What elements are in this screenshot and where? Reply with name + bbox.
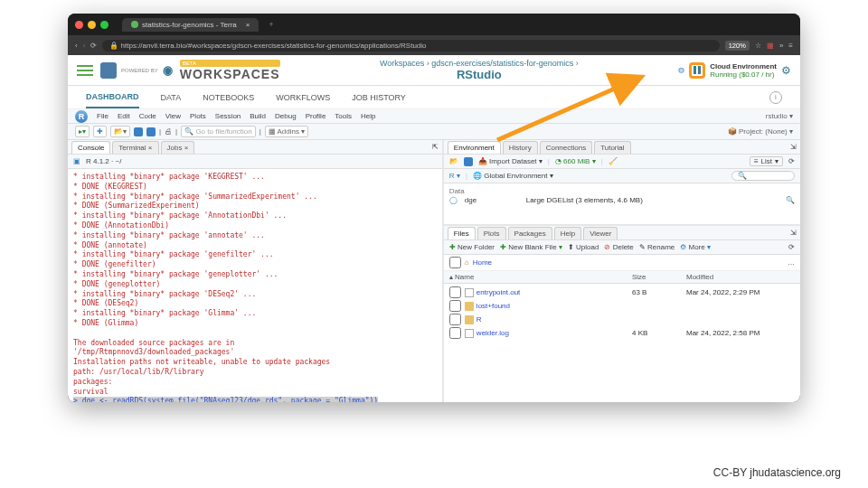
save-workspace-icon[interactable] <box>464 157 473 166</box>
tab-job-history[interactable]: JOB HISTORY <box>352 88 406 108</box>
console-output[interactable]: * installing *binary* package 'KEGGREST'… <box>68 169 442 402</box>
new-tab-icon[interactable]: + <box>269 20 273 29</box>
menu-view[interactable]: View <box>165 112 181 120</box>
addins-button[interactable]: ▦ Addins ▾ <box>265 126 308 137</box>
refresh-env-icon[interactable]: ⟳ <box>788 157 795 165</box>
inspect-icon[interactable]: 🔍 <box>786 196 795 204</box>
reload-icon[interactable]: ⟳ <box>90 42 97 50</box>
tab-close-icon[interactable]: × <box>246 21 250 29</box>
url-field[interactable]: 🔒 https://anvil.terra.bio/#workspaces/gd… <box>102 40 719 52</box>
delete-button[interactable]: ⊘ Delete <box>604 243 633 251</box>
gear-icon[interactable]: ⚙ <box>781 64 791 77</box>
overflow-icon[interactable]: » <box>779 42 783 50</box>
menu-tools[interactable]: Tools <box>335 112 352 120</box>
tab-data[interactable]: DATA <box>161 88 182 108</box>
rename-button[interactable]: ✎ Rename <box>639 243 675 251</box>
info-icon[interactable]: i <box>769 91 782 104</box>
open-button[interactable]: 📂▾ <box>110 126 130 137</box>
menu-session[interactable]: Session <box>215 112 241 120</box>
pane-collapse-icon[interactable]: ⇲ <box>790 229 797 237</box>
menu-icon[interactable]: ≡ <box>788 42 793 50</box>
zoom-badge[interactable]: 120% <box>725 41 750 51</box>
home-label[interactable]: Home <box>473 258 492 267</box>
tab-tutorial[interactable]: Tutorial <box>594 141 630 154</box>
save-all-icon[interactable] <box>146 127 156 136</box>
breadcrumb-root[interactable]: Workspaces <box>380 59 424 68</box>
new-folder-button[interactable]: ✚ New Folder <box>449 243 495 251</box>
file-checkbox[interactable] <box>449 327 461 339</box>
nav-forward-icon[interactable]: › <box>83 42 86 50</box>
new-blank-file-button[interactable]: ✚ New Blank File ▾ <box>500 243 562 251</box>
file-row[interactable]: R <box>449 313 795 326</box>
extensions-icon[interactable]: ▦ <box>767 42 774 50</box>
tab-dashboard[interactable]: DASHBOARD <box>86 87 139 108</box>
pause-environment-button[interactable] <box>689 62 705 79</box>
menu-help[interactable]: Help <box>361 112 375 120</box>
tab-console[interactable]: Console <box>71 141 110 154</box>
env-row-dge[interactable]: ◯ dge Large DGEList (3 elements, 4.6 MB)… <box>449 195 795 205</box>
clear-objects-button[interactable]: 🧹 <box>609 157 618 165</box>
col-size[interactable]: Size <box>632 273 686 281</box>
view-mode-selector[interactable]: ≡ List ▾ <box>750 156 783 166</box>
terra-header: POWERED BY ◉ BETA WORKSPACES Workspaces … <box>68 55 800 86</box>
tab-files[interactable]: Files <box>448 227 476 239</box>
project-selector[interactable]: 📦 Project: (None) ▾ <box>728 127 793 136</box>
pause-icon <box>693 66 701 74</box>
pane-collapse-icon[interactable]: ⇲ <box>790 143 797 151</box>
star-icon[interactable]: ☆ <box>755 42 761 50</box>
tab-help[interactable]: Help <box>554 227 581 239</box>
load-workspace-icon[interactable]: 📂 <box>449 157 458 165</box>
close-window-icon[interactable] <box>75 21 83 29</box>
minimize-window-icon[interactable] <box>88 21 96 29</box>
tab-environment[interactable]: Environment <box>448 141 501 154</box>
tab-jobs[interactable]: Jobs × <box>161 141 195 154</box>
file-checkbox[interactable] <box>449 314 461 325</box>
tab-notebooks[interactable]: NOTEBOOKS <box>203 88 254 108</box>
tab-workflows[interactable]: WORKFLOWS <box>276 88 330 108</box>
env-search-input[interactable] <box>731 171 795 181</box>
lang-selector[interactable]: R ▾ <box>449 172 460 180</box>
file-row[interactable]: lost+found <box>449 299 795 313</box>
nav-back-icon[interactable]: ‹ <box>75 42 78 50</box>
select-all-checkbox[interactable] <box>449 257 461 268</box>
memory-indicator[interactable]: ◔ 660 MiB ▾ <box>555 157 596 165</box>
menu-profile[interactable]: Profile <box>306 112 326 120</box>
hamburger-icon[interactable] <box>77 65 93 76</box>
tab-packages[interactable]: Packages <box>508 227 552 239</box>
menu-file[interactable]: File <box>97 112 108 120</box>
menu-code[interactable]: Code <box>139 112 156 120</box>
scope-selector[interactable]: 🌐 Global Environment ▾ <box>473 172 553 180</box>
tab-plots[interactable]: Plots <box>477 227 506 239</box>
file-row[interactable]: welder.log4 KBMar 24, 2022, 2:58 PM <box>449 326 795 340</box>
home-icon[interactable]: ⌂ <box>465 258 469 267</box>
refresh-files-icon[interactable]: ⟳ <box>788 243 795 251</box>
file-row[interactable]: entrypoint.out63 BMar 24, 2022, 2:29 PM <box>449 286 795 299</box>
new-doc-button[interactable]: ▸▾ <box>75 126 90 137</box>
new-project-button[interactable]: ✚ <box>93 126 107 137</box>
menu-edit[interactable]: Edit <box>118 112 130 120</box>
print-icon[interactable]: 🖨 <box>165 127 172 136</box>
import-dataset-button[interactable]: 📥 Import Dataset ▾ <box>478 157 542 165</box>
menu-build[interactable]: Build <box>250 112 266 120</box>
path-more-icon[interactable]: … <box>788 258 795 267</box>
breadcrumb-path[interactable]: gdscn-exercises/statistics-for-genomics <box>431 59 573 68</box>
pane-maximize-icon[interactable]: ⇱ <box>432 143 439 151</box>
col-name[interactable]: ▴ Name <box>449 273 632 281</box>
col-modified[interactable]: Modified <box>686 273 795 281</box>
tab-viewer[interactable]: Viewer <box>583 227 618 239</box>
file-size: 4 KB <box>632 329 686 337</box>
upload-button[interactable]: ⬆ Upload <box>568 243 599 251</box>
tab-terminal[interactable]: Terminal × <box>112 141 158 154</box>
file-checkbox[interactable] <box>449 286 461 298</box>
file-checkbox[interactable] <box>449 300 461 312</box>
more-button[interactable]: ⚙ More ▾ <box>680 243 711 251</box>
tab-history[interactable]: History <box>503 141 538 154</box>
menu-debug[interactable]: Debug <box>275 112 297 120</box>
save-icon[interactable] <box>134 127 143 136</box>
rstudio-user[interactable]: rstudio <box>766 112 793 120</box>
tab-connections[interactable]: Connections <box>540 141 592 154</box>
browser-tab[interactable]: statistics-for-genomics - Terra × <box>122 18 259 32</box>
menu-plots[interactable]: Plots <box>190 112 206 120</box>
maximize-window-icon[interactable] <box>100 21 108 29</box>
goto-input[interactable]: 🔍 Go to file/function <box>181 126 256 137</box>
